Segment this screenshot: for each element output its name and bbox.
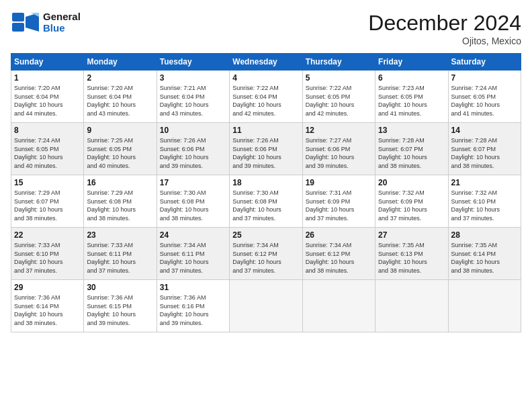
calendar-cell: 29Sunrise: 7:36 AM Sunset: 6:14 PM Dayli… bbox=[11, 280, 84, 332]
day-info: Sunrise: 7:30 AM Sunset: 6:08 PM Dayligh… bbox=[160, 189, 226, 222]
calendar-cell: 18Sunrise: 7:30 AM Sunset: 6:08 PM Dayli… bbox=[230, 175, 302, 228]
day-info: Sunrise: 7:21 AM Sunset: 6:04 PM Dayligh… bbox=[160, 84, 226, 118]
day-number: 22 bbox=[14, 230, 81, 240]
day-number: 1 bbox=[14, 73, 81, 83]
day-number: 5 bbox=[306, 73, 372, 83]
calendar-cell: 21Sunrise: 7:32 AM Sunset: 6:10 PM Dayli… bbox=[448, 175, 521, 228]
calendar-cell bbox=[302, 280, 375, 332]
calendar-cell: 14Sunrise: 7:28 AM Sunset: 6:07 PM Dayli… bbox=[448, 123, 521, 175]
day-info: Sunrise: 7:25 AM Sunset: 6:05 PM Dayligh… bbox=[87, 136, 153, 170]
calendar-body: 1Sunrise: 7:20 AM Sunset: 6:04 PM Daylig… bbox=[11, 71, 521, 332]
calendar-cell: 20Sunrise: 7:32 AM Sunset: 6:09 PM Dayli… bbox=[375, 175, 448, 228]
day-number: 3 bbox=[160, 73, 226, 83]
calendar-cell bbox=[448, 280, 521, 332]
calendar-cell bbox=[230, 280, 302, 332]
day-info: Sunrise: 7:28 AM Sunset: 6:07 PM Dayligh… bbox=[451, 136, 518, 170]
day-number: 4 bbox=[232, 73, 299, 83]
calendar: Sunday Monday Tuesday Wednesday Thursday… bbox=[11, 53, 521, 332]
calendar-cell: 27Sunrise: 7:35 AM Sunset: 6:13 PM Dayli… bbox=[375, 228, 448, 280]
calendar-cell: 23Sunrise: 7:33 AM Sunset: 6:11 PM Dayli… bbox=[84, 228, 157, 280]
calendar-cell: 11Sunrise: 7:26 AM Sunset: 6:06 PM Dayli… bbox=[230, 123, 302, 175]
calendar-cell: 8Sunrise: 7:24 AM Sunset: 6:05 PM Daylig… bbox=[11, 123, 84, 175]
day-info: Sunrise: 7:29 AM Sunset: 6:08 PM Dayligh… bbox=[87, 189, 153, 222]
day-number: 31 bbox=[160, 283, 226, 292]
col-tuesday: Tuesday bbox=[157, 54, 229, 71]
title-block: December 2024 Ojitos, Mexico bbox=[368, 11, 521, 46]
location: Ojitos, Mexico bbox=[368, 36, 521, 46]
calendar-cell: 26Sunrise: 7:34 AM Sunset: 6:12 PM Dayli… bbox=[302, 228, 375, 280]
day-info: Sunrise: 7:36 AM Sunset: 6:15 PM Dayligh… bbox=[87, 293, 153, 327]
calendar-cell: 4Sunrise: 7:22 AM Sunset: 6:04 PM Daylig… bbox=[230, 71, 302, 123]
calendar-cell: 17Sunrise: 7:30 AM Sunset: 6:08 PM Dayli… bbox=[157, 175, 229, 228]
calendar-cell: 6Sunrise: 7:23 AM Sunset: 6:05 PM Daylig… bbox=[375, 71, 448, 123]
calendar-week-3: 15Sunrise: 7:29 AM Sunset: 6:07 PM Dayli… bbox=[11, 175, 521, 228]
day-info: Sunrise: 7:35 AM Sunset: 6:13 PM Dayligh… bbox=[378, 241, 445, 275]
day-info: Sunrise: 7:32 AM Sunset: 6:09 PM Dayligh… bbox=[378, 189, 445, 222]
calendar-cell: 24Sunrise: 7:34 AM Sunset: 6:11 PM Dayli… bbox=[157, 228, 229, 280]
day-info: Sunrise: 7:33 AM Sunset: 6:11 PM Dayligh… bbox=[87, 241, 153, 275]
day-info: Sunrise: 7:30 AM Sunset: 6:08 PM Dayligh… bbox=[232, 189, 299, 222]
day-info: Sunrise: 7:35 AM Sunset: 6:14 PM Dayligh… bbox=[451, 241, 518, 275]
day-number: 25 bbox=[232, 230, 299, 240]
day-info: Sunrise: 7:26 AM Sunset: 6:06 PM Dayligh… bbox=[232, 136, 299, 170]
day-info: Sunrise: 7:36 AM Sunset: 6:14 PM Dayligh… bbox=[14, 293, 81, 327]
page: General Blue December 2024 Ojitos, Mexic… bbox=[0, 0, 532, 411]
day-number: 21 bbox=[451, 178, 518, 187]
day-info: Sunrise: 7:22 AM Sunset: 6:04 PM Dayligh… bbox=[232, 84, 299, 118]
day-info: Sunrise: 7:26 AM Sunset: 6:06 PM Dayligh… bbox=[160, 136, 226, 170]
day-info: Sunrise: 7:27 AM Sunset: 6:06 PM Dayligh… bbox=[306, 136, 372, 170]
calendar-header-row: Sunday Monday Tuesday Wednesday Thursday… bbox=[11, 54, 521, 71]
col-sunday: Sunday bbox=[11, 54, 84, 71]
day-number: 28 bbox=[451, 230, 518, 240]
day-number: 10 bbox=[160, 126, 226, 135]
day-number: 26 bbox=[306, 230, 372, 240]
calendar-cell: 9Sunrise: 7:25 AM Sunset: 6:05 PM Daylig… bbox=[84, 123, 157, 175]
header: General Blue December 2024 Ojitos, Mexic… bbox=[11, 11, 521, 46]
day-info: Sunrise: 7:34 AM Sunset: 6:11 PM Dayligh… bbox=[160, 241, 226, 275]
day-info: Sunrise: 7:23 AM Sunset: 6:05 PM Dayligh… bbox=[378, 84, 445, 118]
day-number: 2 bbox=[87, 73, 153, 83]
calendar-cell: 15Sunrise: 7:29 AM Sunset: 6:07 PM Dayli… bbox=[11, 175, 84, 228]
col-saturday: Saturday bbox=[448, 54, 521, 71]
day-number: 23 bbox=[87, 230, 153, 240]
calendar-cell: 10Sunrise: 7:26 AM Sunset: 6:06 PM Dayli… bbox=[157, 123, 229, 175]
calendar-cell: 28Sunrise: 7:35 AM Sunset: 6:14 PM Dayli… bbox=[448, 228, 521, 280]
day-info: Sunrise: 7:20 AM Sunset: 6:04 PM Dayligh… bbox=[87, 84, 153, 118]
day-number: 29 bbox=[14, 283, 81, 292]
day-number: 30 bbox=[87, 283, 153, 292]
day-number: 24 bbox=[160, 230, 226, 240]
calendar-cell: 19Sunrise: 7:31 AM Sunset: 6:09 PM Dayli… bbox=[302, 175, 375, 228]
calendar-cell: 5Sunrise: 7:22 AM Sunset: 6:05 PM Daylig… bbox=[302, 71, 375, 123]
day-info: Sunrise: 7:36 AM Sunset: 6:16 PM Dayligh… bbox=[160, 293, 226, 327]
day-info: Sunrise: 7:34 AM Sunset: 6:12 PM Dayligh… bbox=[306, 241, 372, 275]
calendar-week-1: 1Sunrise: 7:20 AM Sunset: 6:04 PM Daylig… bbox=[11, 71, 521, 123]
day-number: 14 bbox=[451, 126, 518, 135]
day-number: 15 bbox=[14, 178, 81, 187]
day-info: Sunrise: 7:28 AM Sunset: 6:07 PM Dayligh… bbox=[378, 136, 445, 170]
day-number: 11 bbox=[232, 126, 299, 135]
day-number: 18 bbox=[232, 178, 299, 187]
calendar-cell: 13Sunrise: 7:28 AM Sunset: 6:07 PM Dayli… bbox=[375, 123, 448, 175]
logo-icon bbox=[11, 11, 40, 33]
calendar-cell: 7Sunrise: 7:24 AM Sunset: 6:05 PM Daylig… bbox=[448, 71, 521, 123]
logo-blue: Blue bbox=[43, 22, 81, 34]
calendar-cell: 31Sunrise: 7:36 AM Sunset: 6:16 PM Dayli… bbox=[157, 280, 229, 332]
day-info: Sunrise: 7:32 AM Sunset: 6:10 PM Dayligh… bbox=[451, 189, 518, 222]
calendar-cell bbox=[375, 280, 448, 332]
col-thursday: Thursday bbox=[302, 54, 375, 71]
svg-rect-0 bbox=[12, 13, 24, 21]
day-number: 16 bbox=[87, 178, 153, 187]
day-number: 13 bbox=[378, 126, 445, 135]
day-number: 7 bbox=[451, 73, 518, 83]
col-monday: Monday bbox=[84, 54, 157, 71]
calendar-cell: 12Sunrise: 7:27 AM Sunset: 6:06 PM Dayli… bbox=[302, 123, 375, 175]
logo: General Blue bbox=[11, 11, 81, 34]
day-info: Sunrise: 7:31 AM Sunset: 6:09 PM Dayligh… bbox=[306, 189, 372, 222]
day-number: 6 bbox=[378, 73, 445, 83]
day-number: 17 bbox=[160, 178, 226, 187]
month-title: December 2024 bbox=[368, 11, 521, 36]
col-wednesday: Wednesday bbox=[230, 54, 302, 71]
calendar-cell: 30Sunrise: 7:36 AM Sunset: 6:15 PM Dayli… bbox=[84, 280, 157, 332]
svg-rect-1 bbox=[12, 23, 24, 32]
day-info: Sunrise: 7:29 AM Sunset: 6:07 PM Dayligh… bbox=[14, 189, 81, 222]
